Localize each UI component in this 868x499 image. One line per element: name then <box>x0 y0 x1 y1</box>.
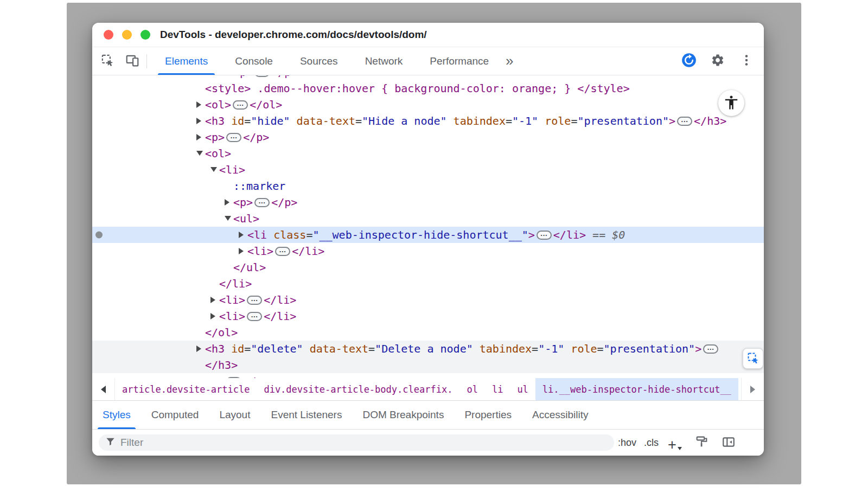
breadcrumb-item[interactable]: div.devsite-article-body.clearfix. <box>257 378 459 400</box>
expand-arrow-icon[interactable] <box>196 129 205 145</box>
dom-tree-row[interactable]: <style> .demo--hover:hover { background-… <box>92 80 764 97</box>
inspect-element-badge-button[interactable] <box>743 348 763 369</box>
plus-icon: + <box>668 438 676 451</box>
dom-tree-row[interactable]: <p></p> <box>92 194 764 210</box>
dom-tree-row[interactable]: <li class="__web-inspector-hide-shortcut… <box>92 227 764 243</box>
sidebar-tab-properties[interactable]: Properties <box>454 401 522 429</box>
code-token-tag: </p> <box>271 75 297 79</box>
dom-tree-row[interactable]: <p></p> <box>92 129 764 145</box>
toggle-sidebar-button[interactable] <box>722 434 736 451</box>
tab-elements[interactable]: Elements <box>151 47 221 75</box>
code-token-tag: </style> <box>577 82 629 95</box>
device-toolbar-button[interactable] <box>124 53 141 70</box>
expand-arrow-icon[interactable] <box>196 113 205 129</box>
dom-tree-row[interactable]: </ul> <box>92 259 764 276</box>
expand-arrow-icon[interactable] <box>196 97 205 113</box>
settings-button[interactable] <box>709 53 726 70</box>
dom-rows: <p></p><style> .demo--hover:hover { back… <box>92 75 764 378</box>
dom-tree-row[interactable]: <ol></ol> <box>92 97 764 113</box>
expand-ellipsis-button[interactable] <box>677 117 692 126</box>
breadcrumb-item[interactable]: ol <box>459 378 484 400</box>
expand-arrow-icon[interactable] <box>210 292 219 308</box>
selected-node-dot <box>95 232 103 239</box>
dom-tree-row[interactable]: <ul> <box>92 210 764 227</box>
expand-ellipsis-button[interactable] <box>537 231 552 240</box>
dom-tree-row[interactable]: </h3> <box>92 357 764 373</box>
breadcrumb-scroll-right-button[interactable] <box>741 378 764 400</box>
dom-tree-row[interactable]: <h3 id="hide" data-text="Hide a node" ta… <box>92 113 764 129</box>
expand-ellipsis-button[interactable] <box>254 198 270 207</box>
expand-arrow-icon[interactable] <box>196 373 205 378</box>
accessibility-fab-button[interactable] <box>718 90 744 116</box>
zoom-button[interactable] <box>141 30 150 40</box>
sidebar-tab-event-listeners[interactable]: Event Listeners <box>260 401 352 429</box>
expand-ellipsis-button[interactable] <box>275 247 290 256</box>
sidebar-tab-dom-breakpoints[interactable]: DOM Breakpoints <box>352 401 454 429</box>
tab-console[interactable]: Console <box>221 47 286 75</box>
collapse-arrow-icon[interactable] <box>210 162 219 178</box>
expand-arrow-icon[interactable] <box>239 243 247 259</box>
tab-performance[interactable]: Performance <box>416 47 502 75</box>
code-token-eq: = <box>244 114 251 127</box>
rendering-emulations-button[interactable] <box>695 434 709 451</box>
sidebar-tab-layout[interactable]: Layout <box>209 401 260 429</box>
dom-tree-row[interactable]: <ol> <box>92 145 764 162</box>
sidebar-tab-accessibility[interactable]: Accessibility <box>522 401 598 429</box>
dom-tree-row[interactable]: </ol> <box>92 324 764 341</box>
code-token-attr: role <box>564 342 597 355</box>
breadcrumb-item[interactable]: article.devsite-article <box>115 378 257 400</box>
more-tabs-button[interactable]: » <box>502 47 516 75</box>
window-controls <box>104 30 150 40</box>
dom-tree-row[interactable]: </li> <box>92 276 764 292</box>
code-token-tag: <ul> <box>233 212 259 225</box>
dom-tree-row[interactable]: ::marker <box>92 178 764 194</box>
expand-ellipsis-button[interactable] <box>247 312 262 321</box>
expand-ellipsis-button[interactable] <box>226 377 241 378</box>
breadcrumb-item[interactable]: ul <box>510 378 535 400</box>
code-token-attr: tabindex <box>447 114 506 127</box>
breadcrumb-scroll-left-button[interactable] <box>92 378 115 400</box>
collapse-arrow-icon[interactable] <box>225 210 233 227</box>
expand-ellipsis-button[interactable] <box>703 344 718 354</box>
code-token-tag: </p> <box>243 375 269 378</box>
collapse-arrow-icon[interactable] <box>196 145 205 162</box>
expand-arrow-icon[interactable] <box>239 227 247 243</box>
device-toolbar-icon <box>125 53 139 69</box>
minimize-button[interactable] <box>122 30 132 40</box>
new-style-rule-button[interactable]: + <box>668 434 682 451</box>
sidebar-tab-computed[interactable]: Computed <box>141 401 209 429</box>
expand-arrow-icon[interactable] <box>210 308 219 324</box>
expand-ellipsis-button[interactable] <box>226 133 241 142</box>
dom-tree-row[interactable]: <p></p> <box>92 75 764 80</box>
more-options-button[interactable] <box>738 53 755 70</box>
dom-tree-row[interactable]: <h3 id="delete" data-text="Delete a node… <box>92 341 764 357</box>
expand-arrow-icon[interactable] <box>225 75 233 80</box>
tab-sources[interactable]: Sources <box>286 47 352 75</box>
breadcrumb-item[interactable]: li.__web-inspector-hide-shortcut__ <box>535 378 738 400</box>
expand-arrow-icon[interactable] <box>196 341 205 357</box>
code-token-tag: </li> <box>292 245 324 258</box>
expand-ellipsis-button[interactable] <box>233 100 248 110</box>
sync-button[interactable] <box>680 53 698 70</box>
expand-arrow-icon[interactable] <box>225 194 233 210</box>
sidebar-tab-styles[interactable]: Styles <box>92 401 141 429</box>
expand-ellipsis-button[interactable] <box>254 75 270 77</box>
expand-ellipsis-button[interactable] <box>247 296 262 305</box>
dom-tree-row[interactable]: <li></li> <box>92 243 764 259</box>
close-button[interactable] <box>104 30 113 40</box>
tab-network[interactable]: Network <box>352 47 417 75</box>
code-token-tag: <h3 <box>205 114 225 127</box>
breadcrumb-item[interactable]: li <box>485 378 510 400</box>
devtools-toolbar: ElementsConsoleSourcesNetworkPerformance… <box>92 47 764 75</box>
dom-tree-row[interactable]: <li></li> <box>92 308 764 324</box>
inspect-button[interactable] <box>99 53 116 70</box>
dom-tree-row[interactable]: <p></p> <box>92 373 764 378</box>
code-token-tag: <h3 <box>205 342 225 355</box>
dom-tree-row[interactable]: <li></li> <box>92 292 764 308</box>
code-token-text: .demo--hover:hover { background-color: o… <box>251 82 577 95</box>
toggle-element-state-button[interactable]: :hov <box>614 434 640 451</box>
dom-tree-row[interactable]: <li> <box>92 162 764 178</box>
code-token-attr: tabindex <box>473 342 532 355</box>
styles-filter-input[interactable]: Filter <box>99 434 614 451</box>
element-classes-button[interactable]: .cls <box>640 434 662 451</box>
